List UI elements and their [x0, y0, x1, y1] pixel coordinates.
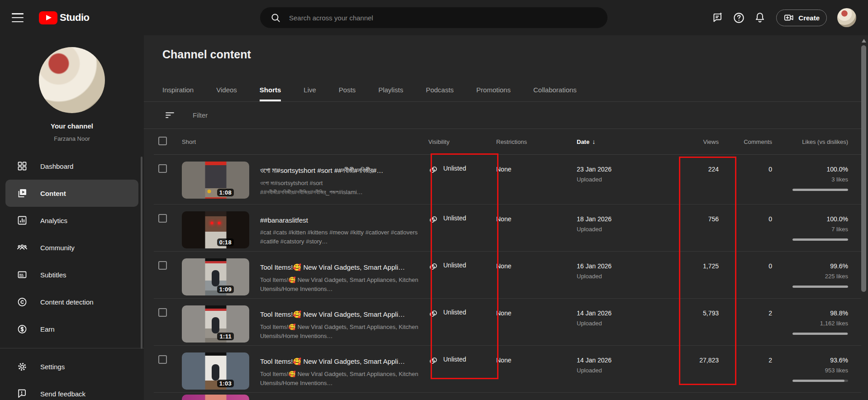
short-title[interactable]: ওগো মা#sortsytshort #sort ##নবীজী#নবিজীর… — [260, 167, 425, 175]
table-header: Short Visibility Restrictions Date↓ View… — [154, 129, 861, 155]
tab-posts[interactable]: Posts — [339, 86, 356, 101]
sidebar-item-earn[interactable]: Earn — [5, 315, 138, 343]
select-all-checkbox[interactable] — [158, 137, 167, 145]
sidebar-item-content[interactable]: Content — [5, 180, 138, 207]
duration-badge: 0:18 — [217, 238, 234, 246]
header-views[interactable]: Views — [665, 138, 732, 145]
dollar-icon — [17, 324, 28, 334]
short-thumbnail[interactable]: 1:11 — [182, 305, 249, 343]
row-checkbox[interactable] — [158, 308, 167, 317]
restrictions-value: None — [496, 205, 577, 251]
short-thumbnail[interactable]: 1:03 — [182, 352, 249, 390]
search-bar[interactable] — [260, 7, 607, 28]
views-value: 1,725 — [665, 252, 732, 298]
sort-descending-icon: ↓ — [592, 138, 595, 145]
account-avatar[interactable] — [837, 8, 856, 27]
channel-avatar[interactable] — [39, 47, 105, 113]
likes-bar — [792, 238, 848, 241]
sidebar-item-send-feedback[interactable]: Send feedback — [5, 380, 138, 400]
unlisted-link-icon — [428, 214, 438, 224]
visibility-value: Unlisted — [443, 214, 466, 222]
tab-inspiration[interactable]: Inspiration — [162, 86, 194, 101]
table-row: 1:08 ওগো মা#sortsytshort #sort ##নবীজী#ন… — [154, 155, 861, 205]
comments-value: 2 — [732, 346, 786, 392]
visibility-value: Unlisted — [443, 309, 466, 316]
tab-live[interactable]: Live — [304, 86, 316, 101]
visibility-cell[interactable]: Unlisted — [428, 155, 496, 204]
content-tabs: InspirationVideosShortsLivePostsPlaylist… — [162, 86, 861, 101]
duration-badge: 1:11 — [217, 333, 234, 340]
visibility-cell[interactable]: Unlisted — [428, 205, 496, 251]
sidebar-scrollbar[interactable] — [141, 157, 142, 349]
sidebar-item-content-detection[interactable]: Content detection — [5, 288, 138, 315]
table-row-partial — [154, 393, 861, 400]
likes-count: 7 likes — [786, 226, 848, 233]
row-checkbox[interactable] — [158, 355, 167, 364]
help-icon[interactable] — [732, 11, 745, 24]
short-description: Tool Items!🥰 New Viral Gadgets, Smart Ap… — [260, 370, 425, 388]
unlisted-link-icon — [428, 165, 438, 175]
restrictions-value: None — [496, 346, 577, 392]
sidebar-item-subtitles[interactable]: Subtitles — [5, 261, 138, 288]
date-value: 14 Jan 2026 — [577, 310, 665, 317]
comments-value: 0 — [732, 205, 786, 251]
search-input[interactable] — [289, 14, 560, 22]
scrollbar-thumb[interactable] — [861, 45, 866, 292]
tab-promotions[interactable]: Promotions — [476, 86, 511, 101]
short-title[interactable]: Tool Items!🥰 New Viral Gadgets, Smart Ap… — [260, 357, 425, 366]
header-date[interactable]: Date↓ — [577, 138, 665, 145]
date-value: 23 Jan 2026 — [577, 166, 665, 173]
like-ratio: 100.0% — [786, 215, 848, 223]
gear-icon — [17, 361, 28, 372]
likes-count: 953 likes — [786, 367, 848, 374]
tab-podcasts[interactable]: Podcasts — [426, 86, 454, 101]
tab-shorts[interactable]: Shorts — [260, 86, 281, 101]
dashboard-icon — [17, 161, 28, 171]
tab-videos[interactable]: Videos — [216, 86, 237, 101]
header-short[interactable]: Short — [182, 138, 428, 145]
visibility-cell[interactable]: Unlisted — [428, 252, 496, 298]
row-checkbox[interactable] — [158, 164, 167, 173]
hamburger-menu-icon[interactable] — [12, 13, 24, 22]
unlisted-link-icon — [428, 309, 438, 319]
sidebar-item-analytics[interactable]: Analytics — [5, 207, 138, 234]
tab-playlists[interactable]: Playlists — [378, 86, 403, 101]
row-checkbox[interactable] — [158, 261, 167, 270]
likes-count: 1,162 likes — [786, 320, 848, 327]
header-visibility[interactable]: Visibility — [428, 138, 496, 145]
sidebar-item-dashboard[interactable]: Dashboard — [5, 152, 138, 180]
sidebar-item-community[interactable]: Community — [5, 234, 138, 261]
page-scrollbar[interactable] — [861, 35, 867, 400]
visibility-cell[interactable]: Unlisted — [428, 299, 496, 345]
notifications-bell-icon[interactable] — [753, 11, 767, 24]
comments-value: 0 — [732, 155, 786, 204]
likes-count: 3 likes — [786, 176, 848, 183]
header-likes[interactable]: Likes (vs dislikes) — [786, 138, 848, 145]
short-title[interactable]: Tool Items!🥰 New Viral Gadgets, Smart Ap… — [260, 263, 425, 271]
date-status: Uploaded — [577, 320, 665, 327]
tab-collaborations[interactable]: Collaborations — [533, 86, 577, 101]
filter-input[interactable]: Filter — [193, 111, 208, 119]
short-title[interactable]: Tool Items!🥰 New Viral Gadgets, Smart Ap… — [260, 310, 425, 319]
likes-bar — [792, 333, 848, 335]
header-restrictions[interactable]: Restrictions — [496, 138, 577, 145]
filter-icon[interactable] — [164, 110, 175, 121]
short-thumbnail[interactable]: 0:18 — [182, 211, 249, 248]
views-value: 224 — [665, 155, 732, 204]
visibility-cell[interactable]: Unlisted — [428, 346, 496, 392]
create-button[interactable]: Create — [776, 10, 827, 26]
scrollbar-up-arrow[interactable] — [862, 39, 866, 43]
analytics-icon — [17, 215, 28, 226]
subtitles-icon — [17, 269, 28, 280]
whats-new-feedback-icon[interactable] — [711, 11, 724, 24]
sidebar-item-settings[interactable]: Settings — [5, 353, 138, 380]
short-title[interactable]: ##banaraslitfest — [260, 216, 425, 224]
short-thumbnail[interactable]: 1:08 — [182, 162, 249, 199]
short-thumbnail[interactable]: 1:09 — [182, 258, 249, 295]
like-ratio: 93.6% — [786, 357, 848, 364]
header-comments[interactable]: Comments — [732, 138, 786, 145]
short-thumbnail[interactable] — [182, 395, 249, 400]
youtube-studio-logo[interactable]: Studio — [39, 11, 89, 24]
table-row: 1:03 Tool Items!🥰 New Viral Gadgets, Sma… — [154, 346, 861, 393]
row-checkbox[interactable] — [158, 214, 167, 223]
